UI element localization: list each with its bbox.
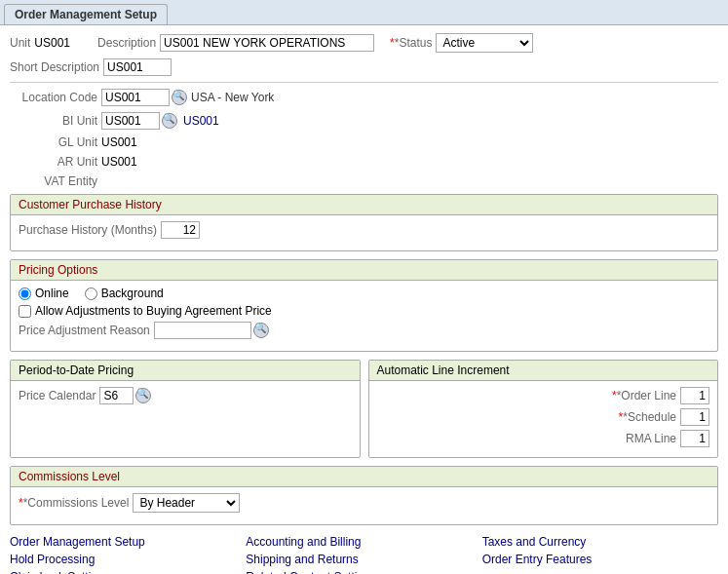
commissions-level-row: **Commissions Level By Header By Line	[19, 493, 709, 513]
price-calendar-input[interactable]	[99, 387, 134, 404]
purchase-history-label: Purchase History (Months)	[19, 223, 157, 237]
auto-line-increment-section: Automatic Line Increment **Order Line **…	[368, 360, 719, 458]
footer-link-accounting-billing[interactable]: Accounting and Billing	[246, 535, 481, 549]
online-radio-item: Online	[19, 287, 69, 300]
footer-link-order-management-setup[interactable]: Order Management Setup	[10, 535, 246, 549]
background-radio[interactable]	[85, 287, 97, 300]
unit-label: Unit	[10, 36, 30, 50]
bi-unit-label: BI Unit	[10, 114, 97, 128]
tab-bar: Order Management Setup	[0, 0, 728, 25]
auto-line-increment-header: Automatic Line Increment	[369, 361, 718, 381]
vat-entity-label: VAT Entity	[10, 174, 97, 188]
commissions-level-select[interactable]: By Header By Line	[133, 493, 240, 513]
customer-purchase-history-body: Purchase History (Months)	[11, 215, 717, 250]
purchase-history-row: Purchase History (Months)	[19, 221, 709, 239]
order-management-setup-tab[interactable]: Order Management Setup	[4, 4, 168, 24]
commissions-level-label: **Commissions Level	[19, 496, 129, 510]
footer-col-3: Taxes and Currency Order Entry Features	[482, 535, 718, 574]
price-calendar-label: Price Calendar	[19, 389, 96, 402]
footer-col-1: Order Management Setup Hold Processing C…	[10, 535, 246, 574]
location-code-row: Location Code USA - New York	[10, 89, 718, 106]
status-select[interactable]: Active Inactive	[436, 33, 533, 53]
purchase-history-input[interactable]	[161, 221, 200, 239]
location-code-input[interactable]	[101, 89, 170, 106]
price-calendar-row: Price Calendar	[19, 387, 352, 404]
ar-unit-value: US001	[101, 155, 137, 169]
short-description-row: Short Description	[10, 58, 718, 76]
two-col-section: Period-to-Date Pricing Price Calendar Au…	[10, 360, 718, 458]
price-adjustment-search-icon[interactable]	[253, 323, 269, 338]
order-line-label: **Order Line	[612, 389, 676, 402]
footer-link-shipping-returns[interactable]: Shipping and Returns	[246, 553, 481, 566]
short-description-input[interactable]	[103, 58, 172, 76]
online-label: Online	[35, 287, 69, 300]
bi-unit-row: BI Unit US001	[10, 112, 718, 130]
price-adjustment-row: Price Adjustment Reason	[19, 322, 709, 339]
footer-links: Order Management Setup Hold Processing C…	[10, 535, 718, 574]
order-line-row: **Order Line	[377, 387, 710, 404]
online-radio[interactable]	[19, 287, 31, 300]
auto-line-increment-body: **Order Line **Schedule RMA Line	[369, 381, 718, 457]
background-radio-item: Background	[85, 287, 164, 300]
period-pricing-body: Price Calendar	[11, 381, 360, 416]
schedule-input[interactable]	[680, 408, 709, 426]
pricing-options-section: Pricing Options Online Background Allow …	[10, 259, 718, 352]
gl-unit-label: GL Unit	[10, 135, 97, 149]
unit-value: US001	[34, 36, 70, 50]
commissions-level-header: Commissions Level	[11, 467, 717, 487]
schedule-label: **Schedule	[619, 410, 676, 424]
ar-unit-row: AR Unit US001	[10, 155, 718, 169]
background-label: Background	[101, 287, 164, 300]
order-line-input[interactable]	[680, 387, 709, 404]
rma-line-row: RMA Line	[377, 430, 710, 447]
footer-link-taxes-currency[interactable]: Taxes and Currency	[482, 535, 718, 549]
ar-unit-label: AR Unit	[10, 155, 97, 169]
commissions-level-body: **Commissions Level By Header By Line	[11, 487, 717, 524]
rma-line-input[interactable]	[680, 430, 709, 447]
price-adjustment-label: Price Adjustment Reason	[19, 324, 150, 337]
footer-link-hold-processing[interactable]: Hold Processing	[10, 553, 246, 566]
pricing-options-header: Pricing Options	[11, 260, 717, 281]
bi-unit-search-icon[interactable]	[162, 113, 177, 129]
status-label: **Status	[390, 36, 432, 50]
location-search-icon[interactable]	[172, 90, 187, 105]
footer-link-claimback-settings[interactable]: Claimback Settings	[10, 570, 246, 574]
main-content: Unit US001 Description **Status Active I…	[0, 25, 728, 574]
footer-link-related-content-settings[interactable]: Related Content Settings	[246, 570, 481, 574]
footer-col-2: Accounting and Billing Shipping and Retu…	[246, 535, 481, 574]
period-pricing-header: Period-to-Date Pricing	[11, 361, 360, 381]
pricing-radio-group: Online Background	[19, 287, 709, 300]
allow-adjustments-label: Allow Adjustments to Buying Agreement Pr…	[35, 304, 272, 318]
commissions-level-section: Commissions Level **Commissions Level By…	[10, 466, 718, 525]
price-adjustment-input[interactable]	[154, 322, 251, 339]
price-calendar-search-icon[interactable]	[135, 388, 151, 403]
description-label: Description	[97, 36, 156, 50]
period-pricing-section: Period-to-Date Pricing Price Calendar	[10, 360, 361, 458]
bi-unit-link[interactable]: US001	[183, 114, 219, 128]
footer-link-order-entry-features[interactable]: Order Entry Features	[482, 553, 718, 566]
allow-adjustments-checkbox[interactable]	[19, 305, 31, 318]
location-code-label: Location Code	[10, 91, 97, 104]
short-description-label: Short Description	[10, 60, 99, 74]
schedule-row: **Schedule	[377, 408, 710, 426]
vat-entity-row: VAT Entity	[10, 174, 718, 188]
allow-adjustments-row: Allow Adjustments to Buying Agreement Pr…	[19, 304, 709, 318]
description-input[interactable]	[160, 34, 374, 52]
customer-purchase-history-section: Customer Purchase History Purchase Histo…	[10, 194, 718, 251]
gl-unit-row: GL Unit US001	[10, 135, 718, 149]
header-row: Unit US001 Description **Status Active I…	[10, 33, 718, 53]
location-description: USA - New York	[191, 91, 274, 104]
rma-line-label: RMA Line	[626, 432, 676, 445]
bi-unit-input[interactable]	[101, 112, 160, 130]
pricing-options-body: Online Background Allow Adjustments to B…	[11, 281, 717, 351]
gl-unit-value: US001	[101, 135, 137, 149]
customer-purchase-history-header: Customer Purchase History	[11, 195, 717, 215]
